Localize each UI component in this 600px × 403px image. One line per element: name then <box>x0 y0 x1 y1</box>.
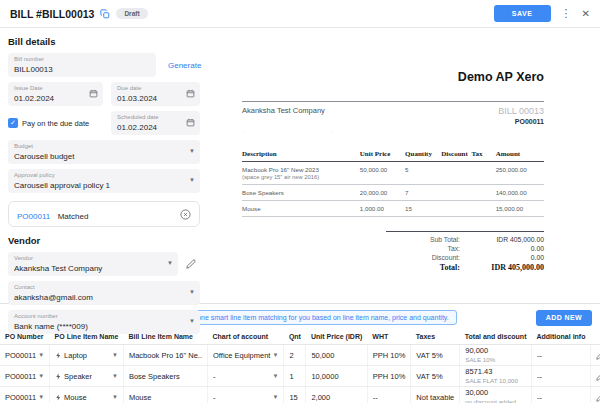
qnt-cell[interactable]: 2 <box>284 345 306 366</box>
wht-cell[interactable]: PPH 10% <box>367 366 411 387</box>
total-discount-cell: 8571.43SALE FLAT 10,000 <box>460 366 532 387</box>
chevron-down-icon: ▼ <box>38 394 44 400</box>
calendar-icon[interactable] <box>186 118 195 127</box>
doc-item-row: Mouse 1,000.00 15 15,000.00 <box>242 201 544 217</box>
doc-totals: Sub Total:IDR 405,000.00 Tax:0.00 Discou… <box>386 231 544 272</box>
taxes-cell[interactable]: VAT 5% <box>411 345 460 366</box>
calendar-icon[interactable] <box>186 89 195 98</box>
smart-match-banner-text: We have done smart line item matching fo… <box>164 314 449 321</box>
chevron-down-icon: ▼ <box>189 177 195 183</box>
edit-row-icon[interactable] <box>596 351 600 360</box>
doc-placeholder-dot: . <box>332 128 334 134</box>
edit-row-icon[interactable] <box>596 372 600 381</box>
qnt-cell[interactable]: 1 <box>284 366 306 387</box>
col-header: WHT <box>367 331 411 345</box>
col-header: Additional info <box>531 331 590 345</box>
unit-price-cell[interactable]: 2,000 <box>306 387 367 403</box>
additional-info-cell: -- <box>531 387 590 403</box>
additional-info-cell: -- <box>531 366 590 387</box>
page-title: BILL #BILL00013 <box>10 8 94 20</box>
budget-select[interactable]: Budget Carousell budget ▼ <box>8 140 200 164</box>
bill-line-item-name[interactable]: Mouse <box>123 387 207 403</box>
add-new-button[interactable]: ADD NEW <box>536 310 592 326</box>
bill-number-field[interactable]: Bill number BILL00013 <box>8 53 156 77</box>
save-button[interactable]: SAVE <box>494 5 551 22</box>
doc-discount-value: 0.00 <box>460 254 544 261</box>
col-header: Chart of account <box>208 331 284 345</box>
chevron-down-icon: ▼ <box>112 373 118 379</box>
wht-cell[interactable]: PPH 10% <box>367 345 411 366</box>
match-bolt-icon <box>55 373 62 380</box>
calendar-icon[interactable] <box>89 89 98 98</box>
copy-icon[interactable] <box>100 9 110 19</box>
doc-col-header: Quantity <box>405 148 441 162</box>
doc-items-table: Description Unit Price Quantity Discount… <box>242 148 544 217</box>
document-preview: Demo AP Xero Akanksha Test Company BILL … <box>230 28 600 303</box>
pay-on-due-checkbox[interactable]: ✓ <box>8 118 18 128</box>
vendor-title: Vendor <box>8 235 222 246</box>
unit-price-cell[interactable]: 50,000 <box>306 345 367 366</box>
chevron-down-icon: ▼ <box>189 318 195 324</box>
bill-line-item-name[interactable]: Macbook Pro 16" Ne.. <box>123 345 207 366</box>
doc-po-ref: PO00011 <box>498 118 544 125</box>
close-icon[interactable]: ✕ <box>582 9 590 19</box>
col-header: Unit Price (IDR) <box>306 331 367 345</box>
doc-col-header: Description <box>242 148 360 162</box>
unmatch-icon[interactable] <box>180 209 191 220</box>
po-match-link[interactable]: PO00011 <box>17 212 50 221</box>
po-number-select[interactable]: PO00011▼ <box>0 345 50 366</box>
line-items-table: PO Number PO Line Item Name Bill Line It… <box>0 331 600 403</box>
chevron-down-icon: ▼ <box>112 394 118 400</box>
approval-policy-select[interactable]: Approval policy Carousell approval polic… <box>8 169 200 193</box>
taxes-cell[interactable]: VAT 5% <box>411 366 460 387</box>
bill-line-item-name[interactable]: Bose Speakers <box>123 366 207 387</box>
doc-col-header: Discount <box>441 148 471 162</box>
chevron-down-icon: ▼ <box>112 352 118 358</box>
bill-details-panel: Bill details Bill number BILL00013 Gener… <box>0 28 230 303</box>
edit-vendor-icon[interactable] <box>186 259 196 269</box>
kebab-menu-icon[interactable]: ⋮ <box>561 8 572 19</box>
doc-col-header: Tax <box>472 148 496 162</box>
taxes-cell[interactable]: Not taxable <box>411 387 460 403</box>
doc-subtotal-value: IDR 405,000.00 <box>460 236 544 243</box>
chevron-down-icon: ▼ <box>189 289 195 295</box>
doc-placeholder-dot: . <box>242 128 244 134</box>
bill-details-title: Bill details <box>8 36 222 47</box>
doc-company-name: Demo AP Xero <box>242 70 544 84</box>
doc-divider <box>242 101 544 102</box>
line-item-row: PO00011▼ Speaker▼ Bose Speakers -▼ 1 10,… <box>0 366 600 387</box>
contact-select[interactable]: Contact akanksha@gmail.com ▼ <box>8 281 200 305</box>
account-number-select[interactable]: Account number Bank name (****009) ▼ <box>8 310 200 334</box>
col-header: Total and discount <box>460 331 532 345</box>
issue-date-field[interactable]: Issue Date 01.02.2024 <box>8 82 103 106</box>
additional-info-cell: -- <box>531 345 590 366</box>
po-line-item-select[interactable]: Mouse▼ <box>50 387 124 403</box>
col-header: Qnt <box>284 331 306 345</box>
po-line-item-select[interactable]: Laptop▼ <box>50 345 124 366</box>
wht-cell[interactable]: -- <box>367 387 411 403</box>
unit-price-cell[interactable]: 10,0000 <box>306 366 367 387</box>
chevron-down-icon: ▼ <box>272 352 278 358</box>
match-bolt-icon <box>55 394 62 401</box>
vendor-select[interactable]: Vendor Akanksha Test Company ▼ <box>8 252 178 276</box>
chart-of-account-select[interactable]: Office Equipment▼ <box>208 345 284 366</box>
doc-vendor-name: Akanksha Test Company <box>242 106 325 125</box>
chart-of-account-select[interactable]: -▼ <box>208 387 284 403</box>
doc-col-header: Amount <box>496 148 544 162</box>
po-number-select[interactable]: PO00011▼ <box>0 366 50 387</box>
qnt-cell[interactable]: 15 <box>284 387 306 403</box>
total-discount-cell: 90,000SALE 10% <box>460 345 532 366</box>
po-line-item-select[interactable]: Speaker▼ <box>50 366 124 387</box>
chart-of-account-select[interactable]: -▼ <box>208 366 284 387</box>
doc-total-value: IDR 405,000.00 <box>460 263 544 272</box>
doc-item-row: Macbook Pro 16" New 2023(space grey 15" … <box>242 162 544 185</box>
due-date-field[interactable]: Due date 01.03.2024 <box>111 82 200 106</box>
edit-row-icon[interactable] <box>596 393 600 402</box>
chevron-down-icon: ▼ <box>272 373 278 379</box>
chevron-down-icon: ▼ <box>38 373 44 379</box>
generate-link[interactable]: Generate <box>168 61 201 70</box>
po-number-select[interactable]: PO00011▼ <box>0 387 50 403</box>
scheduled-date-field[interactable]: Scheduled date 01.02.2024 <box>111 111 200 135</box>
doc-bill-ref: BILL 00013 <box>498 106 544 116</box>
po-match-status: Matched <box>58 212 89 221</box>
